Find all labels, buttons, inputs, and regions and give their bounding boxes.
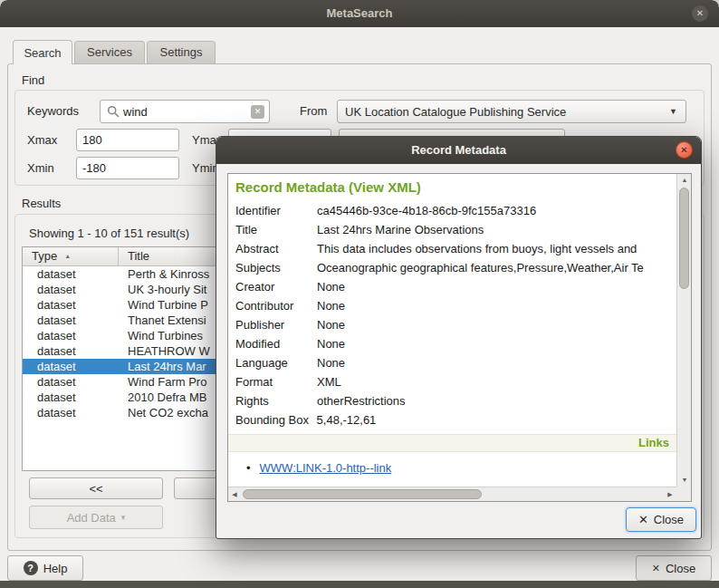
help-button[interactable]: ? Help [7, 555, 83, 581]
scrollbar-corner [676, 487, 691, 501]
tab-search[interactable]: Search [13, 40, 72, 64]
add-data-label: Add Data [67, 511, 116, 525]
field-label: Rights [235, 391, 317, 410]
field-label: Modified [235, 334, 317, 353]
xmin-field[interactable] [77, 161, 178, 175]
dialog-title: Record Metadata [216, 137, 701, 164]
view-xml-link[interactable]: View XML [353, 179, 417, 195]
scroll-left-icon[interactable]: ◀ [228, 487, 241, 502]
keywords-field[interactable] [120, 105, 251, 119]
field-label: Format [235, 372, 317, 391]
dialog-close-button[interactable]: ✕ Close [626, 507, 696, 532]
result-type: dataset [23, 359, 119, 374]
tab-search-label: Search [24, 46, 61, 60]
window-bottom-edge [0, 581, 719, 588]
xmin-input[interactable] [76, 157, 179, 179]
field-value: ca45446b-93ce-4b18-86cb-9fc155a73316 [317, 204, 536, 217]
bounding-box-value: 5,48,-12,61 [317, 413, 377, 427]
field-label: Subjects [235, 258, 317, 277]
tab-services[interactable]: Services [74, 41, 145, 63]
result-type: dataset [23, 390, 119, 405]
metadata-row: AbstractThis data includes observations … [235, 239, 676, 258]
result-type: dataset [23, 313, 119, 328]
result-type: dataset [23, 343, 119, 359]
scroll-right-icon[interactable]: ▶ [664, 487, 676, 502]
metadata-row: PublisherNone [235, 315, 676, 334]
column-header-title-label: Title [128, 249, 149, 263]
metadata-row: LanguageNone [235, 353, 676, 372]
field-value: Last 24hrs Marine Observations [317, 223, 484, 236]
scroll-up-icon[interactable]: ▲ [677, 174, 692, 187]
chevron-down-icon: ▾ [121, 513, 126, 522]
results-group-label: Results [22, 197, 61, 210]
bullet-icon: • [246, 461, 251, 475]
field-label: Identifier [235, 201, 317, 220]
results-summary: Showing 1 - 10 of 151 result(s) [29, 227, 189, 240]
metadata-row: RightsotherRestrictions [235, 391, 676, 410]
vertical-scrollbar-thumb[interactable] [679, 188, 689, 289]
field-label: Language [235, 353, 317, 372]
column-header-type[interactable]: Type▲ [23, 247, 119, 265]
from-dropdown[interactable]: UK Location Catalogue Publishing Service… [337, 100, 686, 123]
metadata-row: SubjectsOceanographic geographical featu… [235, 258, 676, 277]
bounding-box-label: Bounding Box [235, 413, 309, 427]
result-type: dataset [23, 374, 119, 390]
metadata-row: ContributorNone [235, 296, 676, 315]
field-value: None [317, 356, 345, 370]
metadata-heading-text: Record Metadata [235, 179, 345, 195]
metadata-row: Identifierca45446b-93ce-4b18-86cb-9fc155… [235, 201, 676, 220]
result-type: dataset [23, 282, 119, 297]
add-data-button[interactable]: Add Data ▾ [29, 506, 163, 529]
paren-close: ) [417, 179, 421, 195]
close-button[interactable]: ✕ Close [636, 555, 712, 581]
close-button-label: Close [666, 562, 695, 575]
xmin-label: Xmin [27, 157, 54, 179]
field-label: Creator [235, 277, 317, 296]
xmax-input[interactable] [76, 129, 179, 151]
links-section-header: Links [228, 434, 676, 452]
search-icon [107, 105, 120, 118]
field-value: None [317, 280, 345, 294]
dialog-titlebar[interactable]: Record Metadata ✕ [216, 137, 701, 164]
clear-keywords-icon[interactable]: ✕ [251, 105, 264, 119]
field-label: Publisher [235, 315, 317, 334]
field-value: otherRestrictions [317, 394, 406, 408]
close-icon: ✕ [638, 513, 648, 526]
column-header-type-label: Type [32, 249, 57, 263]
result-type: dataset [23, 328, 119, 343]
close-icon: ✕ [652, 563, 660, 574]
tab-settings[interactable]: Settings [147, 41, 216, 63]
result-type: dataset [23, 297, 119, 313]
record-metadata-dialog: Record Metadata ✕ Record Metadata (View … [216, 136, 702, 539]
horizontal-scrollbar[interactable]: ◀ ▶ [228, 487, 676, 501]
link-list-item: •WWW:LINK-1.0-http--link [246, 460, 391, 477]
dialog-close-icon[interactable]: ✕ [676, 141, 693, 159]
vertical-scrollbar[interactable]: ▲ ▼ [676, 174, 691, 487]
window-titlebar[interactable]: MetaSearch ✕ [0, 0, 719, 27]
horizontal-scrollbar-thumb[interactable] [243, 489, 482, 499]
xmax-field[interactable] [77, 133, 178, 147]
metadata-viewer: Record Metadata (View XML) Identifierca4… [227, 173, 692, 502]
tab-services-label: Services [87, 45, 132, 59]
scroll-down-icon[interactable]: ▼ [677, 474, 692, 487]
keywords-label: Keywords [27, 100, 79, 123]
previous-page-button[interactable]: << [29, 477, 163, 499]
metadata-row: ModifiedNone [235, 334, 676, 353]
metasearch-window: MetaSearch ✕ Search Services Settings Fi… [0, 0, 719, 588]
metadata-row: FormatXML [235, 372, 676, 391]
sort-ascending-icon: ▲ [64, 253, 71, 259]
result-type: dataset [23, 266, 119, 282]
xmax-label: Xmax [27, 129, 57, 151]
window-close-icon[interactable]: ✕ [692, 5, 708, 22]
field-value: None [317, 318, 345, 332]
find-group-label: Find [22, 73, 44, 87]
links-header-label: Links [638, 436, 669, 449]
tab-settings-label: Settings [160, 45, 203, 59]
field-label: Abstract [235, 239, 317, 258]
dialog-close-button-label: Close [654, 513, 684, 526]
field-value: None [317, 337, 345, 351]
keywords-input[interactable]: ✕ [100, 100, 270, 123]
from-dropdown-value: UK Location Catalogue Publishing Service [338, 105, 669, 119]
bounding-box-row: Bounding Box 5,48,-12,61 [235, 410, 676, 429]
www-link[interactable]: WWW:LINK-1.0-http--link [260, 461, 392, 475]
